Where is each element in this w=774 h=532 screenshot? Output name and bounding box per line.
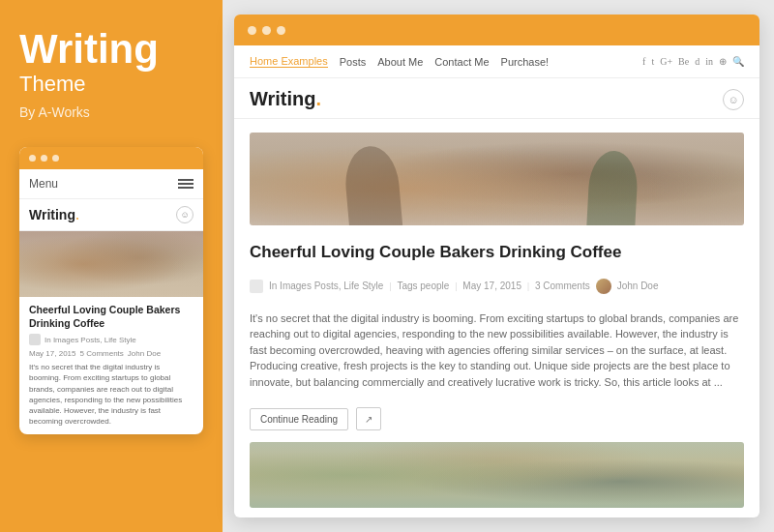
- article-meta: In Images Posts, Life Style | Tags peopl…: [250, 279, 744, 294]
- nav-link-posts[interactable]: Posts: [340, 56, 367, 68]
- mobile-hero-image: [19, 231, 203, 297]
- mobile-top-bar: [19, 147, 203, 169]
- site-header-avatar: ☺: [723, 89, 744, 110]
- mobile-meta-in: In Images Posts, Life Style: [45, 336, 136, 344]
- mobile-dot-2: [41, 155, 47, 162]
- mobile-avatar-icon: ☺: [176, 206, 194, 223]
- site-brand-dot: .: [316, 88, 322, 109]
- mobile-brand: Writing.: [29, 206, 79, 223]
- nav-link-contact[interactable]: Contact Me: [434, 56, 489, 68]
- browser-top-bar: [234, 15, 759, 45]
- right-panel: Home Examples Posts About Me Contact Me …: [223, 0, 774, 532]
- mobile-menu-bar: Menu: [19, 169, 203, 199]
- mobile-meta-date-row: May 17, 2015 5 Comments John Doe: [19, 349, 203, 362]
- article-meta-comments: 3 Comments: [535, 281, 590, 291]
- theme-title: Writing: [19, 29, 159, 70]
- article-meta-in: In Images Posts, Life Style: [269, 281, 383, 291]
- browser-dot-2: [262, 26, 271, 35]
- article2-hero-image: [250, 442, 744, 508]
- site-main: Cheerful Loving Couple Bakers Drinking C…: [234, 119, 759, 517]
- site-nav-links: Home Examples Posts About Me Contact Me …: [250, 55, 549, 68]
- meta-sep-2: |: [455, 281, 457, 291]
- mobile-meta-date: May 17, 2015: [29, 349, 75, 358]
- nav-link-purchase[interactable]: Purchase!: [501, 56, 550, 68]
- article-title: Cheerful Loving Couple Bakers Drinking C…: [250, 243, 744, 262]
- nav-link-about[interactable]: About Me: [377, 56, 423, 68]
- article-hero-bg: [250, 133, 744, 225]
- article-hero-image: [250, 133, 744, 225]
- mobile-meta-author: John Doe: [128, 349, 161, 358]
- mobile-meta-comments: 5 Comments: [79, 349, 123, 358]
- meta-sep-3: |: [527, 281, 529, 291]
- site-brand-container: Writing.: [250, 88, 321, 110]
- facebook-icon: f: [642, 56, 645, 67]
- instagram-icon: in: [705, 56, 713, 67]
- theme-author: By A-Works: [19, 104, 90, 120]
- article-meta-author: John Doe: [617, 281, 659, 291]
- share-button[interactable]: ↗: [356, 407, 381, 430]
- mobile-dot-1: [29, 155, 36, 162]
- search-icon[interactable]: 🔍: [732, 56, 744, 67]
- continue-reading-button[interactable]: Continue Reading: [250, 408, 348, 430]
- article-meta-date: May 17, 2015: [462, 281, 521, 291]
- mobile-brand-bar: Writing. ☺: [19, 199, 203, 231]
- hamburger-icon: [178, 179, 194, 189]
- gplus-icon: G+: [660, 56, 672, 67]
- site-nav-icons: f t G+ Be d in ⊕ 🔍: [642, 56, 744, 67]
- theme-subtitle: Theme: [19, 72, 85, 97]
- mobile-article-title: Cheerful Loving Couple Bakers Drinking C…: [19, 297, 203, 334]
- site-brand-name: Writing: [250, 88, 316, 109]
- mobile-meta-row: In Images Posts, Life Style: [19, 334, 203, 349]
- mobile-menu-label: Menu: [29, 177, 58, 191]
- article-meta-tags: Tags people: [397, 281, 449, 291]
- mobile-meta-icon: [29, 334, 41, 345]
- article-author-avatar: [596, 279, 611, 294]
- nav-link-home[interactable]: Home Examples: [250, 55, 328, 68]
- mobile-preview: Menu Writing. ☺ Cheerful Loving Couple B…: [19, 147, 203, 434]
- article-actions: Continue Reading ↗: [250, 407, 744, 430]
- article-category-icon: [250, 280, 263, 293]
- browser-content: Home Examples Posts About Me Contact Me …: [234, 45, 759, 517]
- meta-sep-1: |: [389, 281, 391, 291]
- left-panel: Writing Theme By A-Works Menu Writing. ☺…: [0, 0, 223, 532]
- browser-window: Home Examples Posts About Me Contact Me …: [234, 15, 759, 517]
- dribbble-icon: d: [695, 56, 700, 67]
- twitter-icon: t: [651, 56, 654, 67]
- behance-icon: Be: [678, 56, 689, 67]
- browser-dot-3: [277, 26, 285, 35]
- site-navbar: Home Examples Posts About Me Contact Me …: [234, 45, 759, 78]
- browser-dot-1: [248, 26, 256, 35]
- rss-icon: ⊕: [719, 56, 727, 67]
- mobile-dot-3: [52, 155, 59, 162]
- article-excerpt: It's no secret that the digital industry…: [250, 310, 744, 391]
- mobile-excerpt: It's no secret that the digital industry…: [19, 362, 203, 434]
- article2-hero-bg: [250, 442, 744, 508]
- site-header: Writing. ☺: [234, 78, 759, 119]
